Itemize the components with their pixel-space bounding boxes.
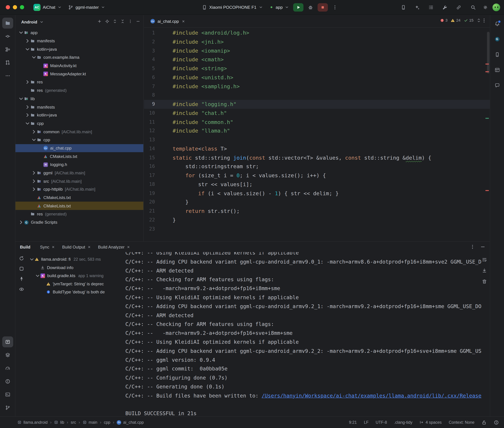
code-line[interactable]: 6#include <unistd.h> bbox=[144, 73, 490, 82]
minimize-window-button[interactable] bbox=[13, 5, 17, 9]
tree-item-gradle-scripts[interactable]: GGradle Scripts bbox=[16, 218, 143, 226]
clear-all-button[interactable] bbox=[482, 279, 487, 285]
chevron-down-icon[interactable] bbox=[29, 256, 35, 262]
code-line[interactable]: 10#include "chat.h" bbox=[144, 109, 490, 118]
tree-item-app[interactable]: app bbox=[16, 29, 143, 37]
tree-item-cpp-httplib[interactable]: cpp-httplib[AiChat.lib.main] bbox=[16, 185, 143, 194]
breadcrumb-src[interactable]: src bbox=[71, 420, 76, 425]
tree-item-res[interactable]: res(generated) bbox=[16, 86, 143, 95]
build-panel-title[interactable]: Build bbox=[20, 244, 30, 249]
code-line[interactable]: 18 str << values[i]; bbox=[144, 180, 490, 189]
terminal-tool-button[interactable] bbox=[2, 389, 13, 400]
build-tab-build-analyzer[interactable]: Build Analyzer bbox=[95, 243, 133, 251]
code-line[interactable]: 21 return str.str(); bbox=[144, 207, 490, 216]
lock-icon[interactable] bbox=[482, 420, 487, 425]
warnings-count[interactable]: 24 bbox=[451, 18, 461, 22]
soft-wrap-button[interactable] bbox=[482, 257, 487, 263]
project-tool-button[interactable] bbox=[2, 18, 13, 29]
code-line[interactable]: 19 if (i < values.size() - 1) { str << d… bbox=[144, 189, 490, 198]
errors-count[interactable]: 3 bbox=[440, 18, 447, 22]
project-view-selector[interactable]: Android bbox=[21, 19, 37, 24]
kebab-icon[interactable] bbox=[470, 244, 475, 249]
code-line[interactable]: 5#include <string> bbox=[144, 64, 490, 73]
code-line[interactable]: 4#include <cmath> bbox=[144, 55, 490, 64]
tree-item-mainactivity-kt[interactable]: KMainActivity.kt bbox=[16, 61, 143, 70]
tree-item-com-example-llama[interactable]: com.example.llama bbox=[16, 53, 143, 61]
project-selector[interactable]: AC AiChat bbox=[31, 2, 64, 12]
code-line[interactable]: 7#include <sampling.h> bbox=[144, 82, 490, 91]
error-stripe-mark[interactable] bbox=[485, 190, 489, 191]
pin-tab-button[interactable] bbox=[19, 276, 24, 283]
stop-button[interactable] bbox=[318, 3, 328, 11]
rerun-build-button[interactable] bbox=[19, 256, 24, 262]
resolve-context[interactable]: Context: None bbox=[449, 420, 475, 425]
tree-item-cpp[interactable]: cpp bbox=[16, 136, 143, 144]
build-tab-build-output[interactable]: Build Output bbox=[60, 243, 94, 251]
code-line[interactable]: 13 bbox=[144, 135, 490, 144]
code-line[interactable]: 2#include <jni.h> bbox=[144, 38, 490, 46]
stop-build-button[interactable] bbox=[19, 266, 24, 272]
zoom-window-button[interactable] bbox=[20, 5, 24, 9]
collapse-all-button[interactable] bbox=[120, 19, 125, 25]
build-tree-item-llama-android-fi[interactable]: llama.android: fi22 sec, 583 ms bbox=[28, 255, 122, 263]
close-icon[interactable] bbox=[181, 19, 185, 23]
build-tree-item-download-info[interactable]: Download info bbox=[28, 263, 122, 272]
structure-tool-button[interactable] bbox=[2, 44, 13, 55]
tree-item-cmakelists-txt[interactable]: CMakeLists.txt bbox=[16, 194, 143, 202]
tree-item-cmakelists-txt[interactable]: CMakeLists.txt bbox=[16, 152, 143, 160]
close-icon[interactable] bbox=[52, 245, 55, 249]
code-style-widget[interactable]: 4 spaces bbox=[419, 420, 442, 425]
code-line[interactable]: 9#include "logging.h" bbox=[144, 100, 490, 109]
code-line[interactable]: 20 } bbox=[144, 198, 490, 207]
tree-item-cpp[interactable]: cpp bbox=[16, 119, 143, 127]
build-tree-item-jvmtarget-string-is-deprec[interactable]: 'jvmTarget: String' is deprec bbox=[28, 280, 122, 288]
code-line[interactable]: 23 bbox=[144, 224, 490, 233]
change-stripe-mark[interactable] bbox=[485, 118, 489, 119]
chevron-right-icon[interactable] bbox=[31, 129, 37, 135]
notifications-tool-button[interactable] bbox=[492, 18, 503, 29]
build-tree-item-build-gradle-kts[interactable]: Kbuild.gradle.ktsapp 1 warning bbox=[28, 272, 122, 280]
build-tree-item-buildtype-debug-is-both-de[interactable]: BuildType 'debug' is both de bbox=[28, 288, 122, 296]
select-opened-file-button[interactable] bbox=[105, 19, 109, 25]
code-line[interactable]: 12#include "llama.h" bbox=[144, 127, 490, 135]
code-line[interactable]: 22} bbox=[144, 216, 490, 224]
close-icon[interactable] bbox=[127, 245, 130, 249]
inspections-status-icon[interactable] bbox=[494, 420, 499, 425]
chevron-right-icon[interactable] bbox=[24, 38, 31, 44]
code-line[interactable]: 15static std::string join(const std::vec… bbox=[144, 153, 490, 162]
layout-inspector-tool-button[interactable] bbox=[492, 65, 503, 75]
editor-tab-ai-chat-cpp[interactable]: C+ ai_chat.cpp bbox=[147, 15, 188, 27]
branch-selector[interactable]: ggml-master bbox=[66, 3, 107, 11]
tree-item-cmakelists-txt[interactable]: CMakeLists.txt bbox=[16, 202, 143, 210]
code-line[interactable]: 1#include <android/log.h> bbox=[144, 29, 490, 38]
caret-position[interactable]: 9:21 bbox=[349, 420, 357, 425]
chevron-down-icon[interactable] bbox=[18, 96, 24, 102]
ai-assistant-button[interactable] bbox=[413, 3, 421, 11]
prev-next-error-icons[interactable] bbox=[477, 18, 481, 22]
chevron-down-icon[interactable] bbox=[24, 46, 31, 52]
inspections-widget[interactable]: 3 24 15 bbox=[440, 18, 481, 22]
add-button[interactable] bbox=[97, 19, 102, 25]
chevron-right-icon[interactable] bbox=[24, 104, 31, 110]
share-link-button[interactable] bbox=[454, 3, 463, 11]
kebab-icon[interactable] bbox=[482, 18, 487, 23]
chevron-right-icon[interactable] bbox=[31, 170, 37, 176]
breadcrumb-llama-android[interactable]: llama.android bbox=[17, 420, 48, 425]
commit-tool-button[interactable] bbox=[2, 31, 13, 42]
debug-button[interactable] bbox=[305, 3, 316, 11]
error-stripe-mark[interactable] bbox=[485, 64, 489, 65]
more-options-button[interactable] bbox=[128, 19, 132, 25]
scroll-to-end-button[interactable] bbox=[482, 268, 487, 274]
line-separator[interactable]: LF bbox=[364, 420, 368, 425]
problems-tool-button[interactable] bbox=[2, 376, 13, 387]
code-line[interactable]: 17 for (size_t i = 0; i < values.size();… bbox=[144, 171, 490, 180]
running-devices-tool-button[interactable] bbox=[2, 337, 13, 347]
tree-item-ggml[interactable]: ggml[AiChat.lib.main] bbox=[16, 169, 143, 177]
tree-item-res[interactable]: res bbox=[16, 78, 143, 86]
device-selector[interactable]: Xiaomi POCOPHONE F1 bbox=[200, 3, 265, 11]
chevron-down-icon[interactable] bbox=[18, 30, 24, 36]
breadcrumb-ai-chat-cpp[interactable]: C+ai_chat.cpp bbox=[117, 420, 144, 425]
tree-item-ai-chat-cpp[interactable]: C+ai_chat.cpp bbox=[16, 144, 143, 152]
device-mirroring-button[interactable] bbox=[399, 3, 408, 11]
search-everywhere-button[interactable] bbox=[468, 3, 478, 11]
